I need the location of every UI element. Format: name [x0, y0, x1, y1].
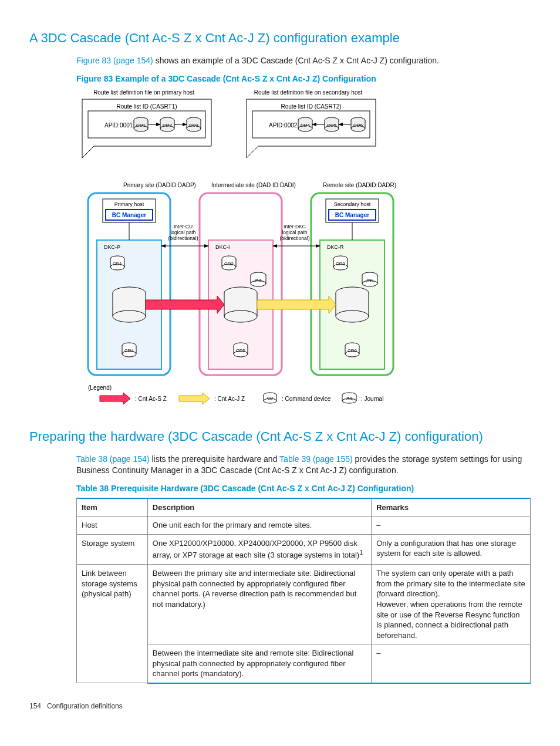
svg-text:CD6: CD6: [353, 123, 363, 128]
figure-link[interactable]: Figure 83 (page 154): [76, 56, 153, 65]
table-caption: Table 38 Prerequisite Hardware (3DC Casc…: [76, 483, 531, 494]
svg-text:CD5: CD5: [236, 348, 246, 353]
page-number: 154: [29, 702, 41, 710]
section-heading-1: A 3DC Cascade (Cnt Ac-S Z x Cnt Ac-J Z) …: [29, 29, 531, 47]
route-right-id: Route list ID (CASRT2): [281, 103, 341, 110]
cd5-site-icon: CD5: [234, 343, 248, 357]
route-left-title: Route list definition file on primary ho…: [93, 89, 194, 96]
legend-jnl-icon: JNL: [342, 393, 356, 403]
svg-text:CD4: CD4: [124, 348, 134, 353]
inter-dkc-label: Inter-DKClogical path(bidirectional): [279, 224, 309, 241]
svg-text:JNL: JNL: [366, 278, 375, 283]
legend-cntacsz-icon: [100, 393, 130, 404]
jnl-remote-icon: JNL: [362, 272, 377, 286]
bc-manager-secondary: BC Manager: [335, 212, 369, 218]
figure-diagram: Route list definition file on primary ho…: [76, 87, 531, 416]
remote-storage-icon: [336, 287, 369, 322]
figure-caption: Figure 83 Example of a 3DC Cascade (Cnt …: [76, 73, 531, 85]
cell-remarks: The system can only operate with a path …: [372, 565, 531, 644]
apid-right: APID:0002: [269, 122, 298, 129]
cell-item: Host: [77, 517, 148, 535]
bc-manager-primary: BC Manager: [112, 212, 146, 218]
cd4-site-icon: CD4: [122, 343, 136, 357]
svg-text:CD3: CD3: [336, 261, 346, 266]
cd2-icon: CD2: [160, 117, 174, 131]
cell-item: Storage system: [77, 534, 148, 564]
dkc-r-label: DKC-R: [327, 244, 344, 250]
apid-left: APID:0001: [104, 122, 133, 129]
cd6-site-icon: CD6: [345, 343, 359, 357]
cell-desc: One XP12000/XP10000, XP24000/XP20000, XP…: [147, 534, 371, 564]
cd6-icon: CD6: [351, 117, 365, 131]
secondary-host-label: Secondary host: [334, 201, 371, 207]
intermediate-site-label: Intermediate site (DAD ID:DADI): [211, 182, 296, 188]
cell-desc: Between the intermediate site and remote…: [147, 644, 371, 683]
cd3-site-icon: CD3: [333, 256, 348, 270]
svg-text:CD6: CD6: [348, 348, 357, 353]
svg-text:CD: CD: [267, 396, 273, 400]
intermediate-storage-icon: [224, 287, 257, 322]
cd3-icon: CD3: [187, 117, 201, 131]
table39-link[interactable]: Table 39 (page 155): [279, 454, 353, 464]
legend-cntacjz-icon: [179, 393, 210, 404]
table-row: Host One unit each for the primary and r…: [77, 517, 531, 535]
svg-text:CD2: CD2: [163, 123, 173, 128]
svg-text:JNL: JNL: [254, 278, 263, 283]
cd5-icon: CD5: [325, 117, 339, 131]
primary-site-label: Primary site (DADID:DADP): [123, 182, 196, 188]
section-heading-2: Preparing the hardware (3DC Cascade (Cnt…: [29, 428, 531, 445]
legend-jnl-label: : Journal: [361, 396, 383, 402]
remote-site-label: Remote site (DADID:DADR): [323, 182, 396, 188]
inter-cu-label: Inter-CUlogical path(bidirectional): [168, 224, 198, 241]
table-38: Item Description Remarks Host One unit e…: [76, 498, 531, 684]
legend-title: (Legend): [88, 384, 112, 391]
page-footer: 154 Configuration definitions: [29, 701, 531, 711]
intro2-mid: lists the prerequisite hardware and: [150, 454, 280, 464]
svg-text:CD5: CD5: [327, 123, 337, 128]
cell-desc: Between the primary site and intermediat…: [147, 565, 371, 644]
legend-cntacjz-label: : Cnt Ac-J Z: [214, 396, 245, 402]
svg-text:CD1: CD1: [113, 261, 123, 266]
table38-link[interactable]: Table 38 (page 154): [76, 454, 150, 464]
primary-host-label: Primary host: [114, 201, 144, 207]
route-right-title: Route list definition file on secondary …: [254, 89, 363, 96]
primary-storage-icon: [113, 287, 146, 322]
dkc-p-label: DKC-P: [104, 244, 120, 250]
cell-item: Link between storage systems (physical p…: [77, 565, 148, 683]
table-row: Storage system One XP12000/XP10000, XP24…: [77, 534, 531, 564]
cd4-icon: CD4: [298, 117, 312, 131]
cell-remarks: –: [372, 517, 531, 535]
cell-remarks: –: [372, 644, 531, 683]
cell-remarks: Only a configuration that has one storag…: [372, 534, 531, 564]
svg-text:JNL: JNL: [346, 396, 353, 400]
intro-paragraph-2: Table 38 (page 154) lists the prerequisi…: [76, 454, 531, 476]
jnl-intermediate-icon: JNL: [251, 272, 266, 286]
table-header-desc: Description: [147, 498, 371, 517]
table-header-remarks: Remarks: [372, 498, 531, 517]
cd1-site-icon: CD1: [110, 256, 124, 270]
cd2-site-icon: CD2: [222, 256, 236, 270]
svg-text:CD2: CD2: [224, 261, 234, 266]
footer-text: Configuration definitions: [47, 702, 123, 710]
intro-text-1: shows an example of a 3DC Cascade (Cnt A…: [153, 56, 439, 65]
table-header-item: Item: [77, 498, 148, 517]
legend-cd-icon: CD: [264, 393, 276, 403]
svg-text:CD4: CD4: [301, 123, 311, 128]
legend-cntacsz-label: : Cnt Ac-S Z: [135, 396, 167, 402]
cd1-icon: CD1: [134, 117, 148, 131]
svg-text:CD3: CD3: [189, 123, 199, 128]
svg-point-53: [113, 310, 146, 322]
legend-cd-label: : Command device: [282, 396, 331, 402]
dkc-i-label: DKC-I: [215, 244, 230, 250]
table-row: Link between storage systems (physical p…: [77, 565, 531, 644]
route-left-id: Route list ID (CASRT1): [116, 103, 177, 110]
intro-paragraph-1: Figure 83 (page 154) shows an example of…: [76, 55, 531, 66]
svg-point-100: [336, 310, 369, 322]
cell-desc: One unit each for the primary and remote…: [147, 517, 371, 535]
svg-point-76: [224, 310, 257, 322]
svg-text:CD1: CD1: [136, 123, 146, 128]
